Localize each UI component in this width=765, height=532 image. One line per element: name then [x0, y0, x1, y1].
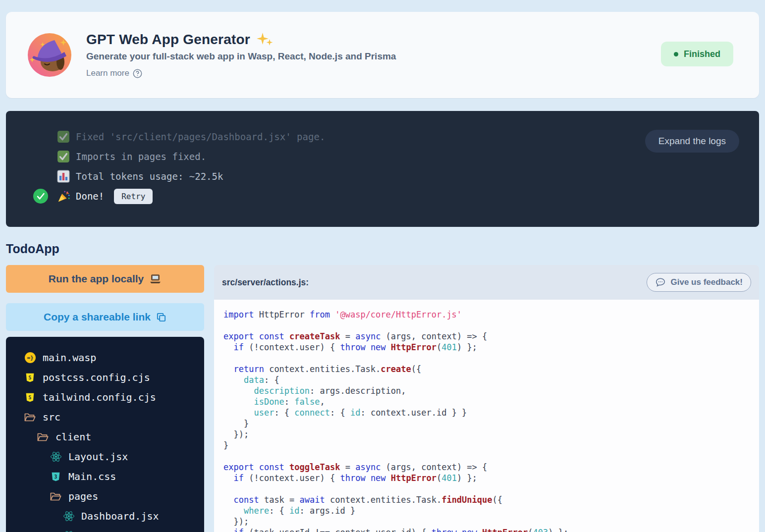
- status-badge-label: Finished: [684, 49, 720, 59]
- tree-item-main-wasp[interactable]: =}main.wasp: [6, 348, 204, 368]
- status-badge: Finished: [661, 42, 733, 66]
- folder-icon: [50, 491, 62, 502]
- code-line: if (!context.user) { throw new HttpError…: [223, 473, 754, 483]
- log-line-text: Fixed 'src/client/pages/Dashboard.jsx' p…: [76, 131, 325, 142]
- code-line: isDone: false,: [223, 396, 754, 407]
- status-dot-icon: [674, 52, 678, 56]
- code-line: [223, 451, 754, 462]
- svg-text:=}: =}: [27, 355, 33, 361]
- header-card: GPT Web App Generator Generate your full…: [6, 12, 759, 98]
- code-line: export const createTask = async (args, c…: [223, 331, 754, 342]
- run-app-locally-label: Run the app locally: [49, 273, 144, 285]
- code-line: }: [223, 418, 754, 429]
- code-panel: src/server/actions.js: Give us feedback!…: [214, 265, 759, 532]
- log-line-text: Imports in pages fixed.: [76, 151, 206, 162]
- give-feedback-label: Give us feedback!: [670, 277, 743, 287]
- question-circle-icon: [133, 69, 142, 78]
- expand-logs-button[interactable]: Expand the logs: [645, 130, 739, 153]
- svg-text:S: S: [29, 374, 32, 380]
- svg-text:3: 3: [55, 474, 57, 479]
- tree-item[interactable]: [6, 526, 204, 532]
- js-config-file-icon: S: [24, 392, 36, 403]
- code-line: description: args.description,: [223, 385, 754, 396]
- tree-item-label: tailwind.config.cjs: [43, 391, 156, 403]
- file-tree: =}main.waspSpostcss.config.cjsStailwind.…: [6, 337, 204, 532]
- tree-item-label: postcss.config.cjs: [43, 372, 150, 383]
- tree-item-main-css[interactable]: 3Main.css: [6, 467, 204, 486]
- party-popper-emoji-icon: [57, 190, 70, 203]
- log-status-slot: [33, 189, 48, 204]
- code-line: });: [223, 516, 754, 527]
- code-line: [223, 483, 754, 494]
- code-line: }: [223, 440, 754, 451]
- folder-icon: [24, 412, 36, 423]
- code-line: data: {: [223, 374, 754, 385]
- log-line-text: Done!: [76, 191, 104, 202]
- code-area: import HttpError from '@wasp/core/HttpEr…: [214, 300, 759, 532]
- code-line: const task = await context.entities.Task…: [223, 494, 754, 505]
- sparkles-icon: [256, 32, 273, 47]
- tree-item-src[interactable]: src: [6, 407, 204, 427]
- wasp-wizard-logo: [26, 31, 73, 79]
- speech-bubble-icon: [655, 277, 666, 288]
- js-config-file-icon: S: [24, 372, 36, 383]
- laptop-icon: [149, 274, 162, 284]
- code-line: [223, 320, 754, 331]
- log-line: Done!Retry: [6, 186, 759, 206]
- code-line: if (task.userId !== context.user.id) { t…: [223, 527, 754, 532]
- tree-item-label: Main.css: [68, 471, 116, 482]
- app-name-heading: TodoApp: [6, 242, 759, 256]
- tree-item-label: client: [55, 431, 91, 443]
- copy-icon: [156, 312, 166, 322]
- run-app-locally-button[interactable]: Run the app locally: [6, 265, 204, 293]
- log-line-text: Total tokens usage: ~22.5k: [76, 171, 223, 182]
- folder-icon: [37, 431, 49, 442]
- main-row: Run the app locally Copy a shareable lin…: [6, 265, 759, 532]
- code-line: if (!context.user) { throw new HttpError…: [223, 342, 754, 353]
- tree-item-label: Layout.jsx: [68, 451, 128, 463]
- green-check-circle-icon: [33, 189, 48, 204]
- code-line: return context.entities.Task.create({: [223, 364, 754, 374]
- code-panel-header: src/server/actions.js: Give us feedback!: [214, 265, 759, 300]
- code-line: where: { id: args.id }: [223, 505, 754, 516]
- tree-item-postcss-config-cjs[interactable]: Spostcss.config.cjs: [6, 368, 204, 387]
- header-text: GPT Web App Generator Generate your full…: [86, 32, 396, 78]
- code-line: user: { connect: { id: context.user.id }…: [223, 407, 754, 418]
- tree-item-label: pages: [68, 490, 98, 502]
- react-file-icon: [50, 451, 62, 463]
- svg-text:S: S: [29, 394, 32, 400]
- log-line: Total tokens usage: ~22.5k: [6, 166, 759, 186]
- tree-item-layout-jsx[interactable]: Layout.jsx: [6, 447, 204, 467]
- code-filename: src/server/actions.js:: [222, 277, 309, 288]
- tree-item-label: src: [43, 411, 60, 423]
- learn-more-label: Learn more: [86, 68, 129, 78]
- check-emoji-icon: [57, 130, 70, 143]
- code-line: import HttpError from '@wasp/core/HttpEr…: [223, 309, 754, 320]
- tree-item-pages[interactable]: pages: [6, 486, 204, 506]
- code-line: [223, 353, 754, 364]
- retry-button[interactable]: Retry: [114, 189, 153, 204]
- learn-more-link[interactable]: Learn more: [86, 68, 142, 78]
- log-line: Imports in pages fixed.: [6, 147, 759, 166]
- react-file-icon: [62, 530, 75, 532]
- log-panel: Fixed 'src/client/pages/Dashboard.jsx' p…: [6, 111, 759, 227]
- page-subtitle: Generate your full-stack web app in Wasp…: [86, 51, 396, 62]
- code-line: export const toggleTask = async (args, c…: [223, 462, 754, 473]
- css-file-icon: 3: [50, 471, 62, 482]
- tree-item-tailwind-config-cjs[interactable]: Stailwind.config.cjs: [6, 387, 204, 407]
- tree-item-label: main.wasp: [43, 352, 96, 364]
- tree-item-client[interactable]: client: [6, 427, 204, 447]
- tree-item-label: Dashboard.jsx: [81, 510, 159, 522]
- react-file-icon: [62, 510, 75, 522]
- left-column: Run the app locally Copy a shareable lin…: [6, 265, 204, 532]
- code-line: });: [223, 429, 754, 440]
- copy-shareable-link-button[interactable]: Copy a shareable link: [6, 303, 204, 331]
- check-emoji-icon: [57, 150, 70, 163]
- give-feedback-button[interactable]: Give us feedback!: [647, 273, 751, 292]
- page: GPT Web App Generator Generate your full…: [0, 0, 765, 532]
- bar-chart-emoji-icon: [57, 170, 70, 183]
- copy-shareable-link-label: Copy a shareable link: [44, 311, 151, 323]
- page-title: GPT Web App Generator: [86, 32, 250, 48]
- wasp-file-icon: =}: [24, 352, 36, 364]
- tree-item-dashboard-jsx[interactable]: Dashboard.jsx: [6, 506, 204, 526]
